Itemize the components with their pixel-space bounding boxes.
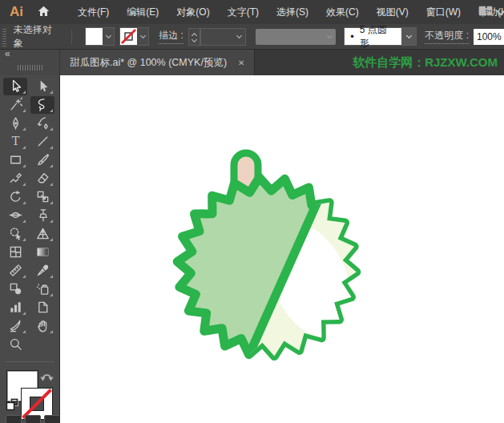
lasso-tool[interactable]	[30, 96, 54, 114]
lasso-icon	[35, 97, 50, 112]
stroke-none-swatch	[120, 28, 137, 45]
pen-icon	[8, 115, 23, 131]
chevron-down-icon	[327, 32, 333, 38]
round-brush-icon: •	[350, 31, 354, 42]
paint-style-buttons	[6, 415, 60, 423]
gradient-button[interactable]	[25, 415, 41, 423]
chevron-down-icon	[106, 32, 111, 38]
column-graph-tool[interactable]	[3, 299, 27, 316]
scale-tool[interactable]	[30, 188, 54, 206]
perspective-grid-tool[interactable]	[30, 225, 54, 243]
tools-grid: T	[2, 77, 58, 353]
default-fill-stroke-icon[interactable]	[6, 397, 19, 413]
paintbrush-tool[interactable]	[30, 151, 54, 169]
selection-icon	[8, 79, 23, 94]
document-tab[interactable]: 甜瓜图标.ai* @ 100% (CMYK/预览) ✕	[60, 50, 255, 75]
none-button[interactable]	[44, 415, 60, 423]
puppet-warp-tool[interactable]	[30, 207, 54, 224]
brush-name: 5 点圆形	[360, 23, 395, 50]
direct-selection-icon	[35, 79, 50, 94]
illustrator-window: Ai 文件(F)编辑(E)对象(O)文字(T)选择(S)效果(C)视图(V)窗口…	[0, 0, 504, 423]
color-button[interactable]	[6, 415, 22, 423]
rotate-tool[interactable]	[3, 188, 27, 206]
width-tool[interactable]	[3, 207, 27, 224]
brush-current-value: • 5 点圆形	[345, 28, 401, 45]
workspace-switcher-button[interactable]	[478, 4, 504, 20]
close-icon[interactable]: ✕	[238, 58, 244, 67]
eyedropper-tool[interactable]	[30, 262, 54, 280]
measure-icon	[8, 263, 23, 278]
variable-width-profile-dropdown	[256, 29, 336, 45]
melon-icon	[60, 75, 504, 423]
zoom-tool[interactable]	[3, 336, 27, 353]
stroke-weight-label[interactable]: 描边 :	[159, 29, 183, 44]
menu-item-6[interactable]: 效果(C)	[317, 0, 368, 24]
document-tab-title: 甜瓜图标.ai* @ 100% (CMYK/预览)	[70, 56, 227, 70]
swap-fill-stroke-icon[interactable]	[40, 371, 54, 385]
shaper-tool[interactable]	[3, 170, 27, 187]
artboard-canvas[interactable]	[60, 75, 504, 423]
type-tool[interactable]: T	[3, 133, 27, 151]
app-logo: Ai	[10, 4, 23, 20]
toolbar-header: «	[0, 50, 60, 75]
blend-tool[interactable]	[3, 280, 27, 298]
width-icon	[8, 207, 23, 223]
controlbar-separator-1	[71, 30, 72, 44]
symbol-sprayer-tool[interactable]	[30, 280, 54, 298]
fill-swatch	[86, 28, 103, 45]
paintbrush-icon	[35, 152, 50, 167]
blend-icon	[8, 281, 23, 296]
mesh-tool[interactable]	[3, 244, 27, 261]
toolbar-divider	[5, 361, 54, 362]
stroke-color-dropdown[interactable]	[119, 27, 149, 46]
menu-item-7[interactable]: 视图(V)	[368, 0, 417, 24]
curvature-tool[interactable]	[30, 115, 54, 132]
fill-color-dropdown[interactable]	[85, 27, 115, 46]
menu-item-3[interactable]: 对象(O)	[167, 0, 218, 24]
opacity-label[interactable]: 不透明度 :	[425, 29, 469, 44]
perspective-grid-icon	[35, 226, 50, 241]
slice-tool[interactable]	[3, 317, 27, 335]
chevron-down-icon	[192, 36, 197, 42]
opacity-input[interactable]: 100%	[474, 29, 504, 45]
pen-tool[interactable]	[3, 115, 27, 132]
gradient-tool[interactable]	[30, 244, 54, 261]
scale-icon	[35, 189, 50, 204]
panel-grip[interactable]	[2, 27, 6, 46]
hand-tool[interactable]	[30, 317, 54, 335]
svg-text:T: T	[11, 135, 19, 147]
menu-item-2[interactable]: 编辑(E)	[118, 0, 167, 24]
symbol-sprayer-icon	[35, 281, 50, 296]
selection-status: 未选择对象	[14, 23, 60, 50]
rotate-icon	[8, 189, 23, 204]
curvature-icon	[35, 115, 50, 131]
puppet-warp-icon	[35, 207, 50, 223]
shape-builder-tool[interactable]	[3, 225, 27, 243]
menu-item-4[interactable]: 文字(T)	[219, 0, 268, 24]
brush-definition-dropdown[interactable]: • 5 点圆形	[344, 27, 417, 46]
measure-tool[interactable]	[3, 262, 27, 280]
zoom-icon	[8, 336, 23, 352]
menu-items: 文件(F)编辑(E)对象(O)文字(T)选择(S)效果(C)视图(V)窗口(W)…	[69, 0, 504, 24]
stroke-weight-stepper[interactable]	[188, 28, 201, 46]
stroke-weight-dropdown[interactable]	[200, 28, 246, 46]
tab-row: « 甜瓜图标.ai* @ 100% (CMYK/预览) ✕ 软件自学网：RJZX…	[0, 50, 504, 75]
eraser-tool[interactable]	[30, 170, 54, 187]
magic-wand-tool[interactable]	[3, 96, 27, 114]
menu-item-5[interactable]: 选择(S)	[268, 0, 317, 24]
collapse-toolbar-button[interactable]: «	[5, 48, 10, 59]
toolbar-grip[interactable]	[18, 65, 43, 70]
control-bar: 未选择对象 描边 :	[0, 24, 504, 50]
gradient-icon	[35, 244, 50, 260]
menu-item-1[interactable]: 文件(F)	[69, 0, 118, 24]
menu-item-8[interactable]: 窗口(W)	[417, 0, 470, 24]
artboard-tool[interactable]	[30, 299, 54, 316]
shaper-icon	[8, 171, 23, 186]
line-segment-tool[interactable]	[30, 133, 54, 151]
home-button[interactable]	[36, 4, 51, 21]
selection-tool[interactable]	[3, 78, 27, 95]
chevron-down-icon	[406, 32, 412, 38]
rectangle-tool[interactable]	[3, 151, 27, 169]
direct-selection-tool[interactable]	[30, 78, 54, 95]
mesh-icon	[8, 244, 23, 260]
